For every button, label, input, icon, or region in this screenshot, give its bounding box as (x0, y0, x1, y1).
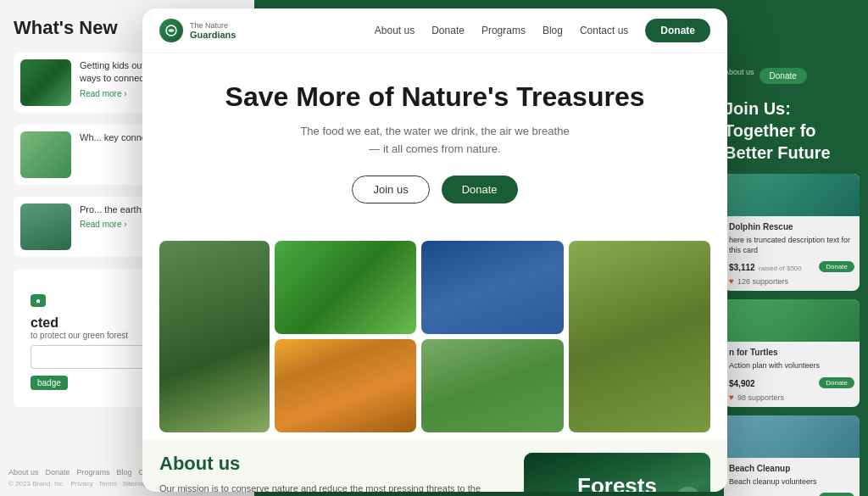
right-card-turtle: n for Turtles Action plan with volunteer… (724, 299, 860, 407)
img-leaf (275, 241, 416, 334)
about-text: About us Our mission is to conserve natu… (159, 453, 510, 492)
dolphin-amount-sub: raised of $500 (759, 265, 802, 272)
dolphin-supporters: 126 supporters (737, 277, 788, 286)
turtle-heart-icon: ♥ (729, 393, 734, 402)
footer-donate[interactable]: Donate (46, 468, 70, 476)
beach-card-img (724, 415, 860, 458)
img-plant-hands (159, 241, 270, 432)
hero-subtitle-line2: — it all comes from nature. (369, 142, 500, 155)
dolphin-donate-btn[interactable]: Donate (819, 261, 854, 272)
news-thumb-1 (20, 59, 71, 106)
about-description: Our mission is to conserve nature and re… (159, 482, 510, 492)
hero-subtitle-line1: The food we eat, the water we drink, the… (300, 125, 569, 137)
green-badge: ● (31, 294, 46, 307)
forests-card[interactable]: Forests ▶ (524, 453, 710, 492)
dolphin-card-img (724, 174, 860, 216)
beach-card-body: Beach Cleanup Beach cleanup volunteers $… (724, 458, 860, 496)
right-panel: About us Donate Join Us: Together fo Bet… (715, 0, 868, 496)
right-hero-title: Join Us: Together fo Better Future (724, 98, 860, 164)
footer-programs[interactable]: Programs (77, 468, 110, 476)
logo-top-line: The Nature (190, 21, 236, 30)
hero-title: Save More of Nature's Treasures (176, 81, 693, 113)
dolphin-amount: $3,112 (729, 263, 755, 272)
dolphin-heart-icon: ♥ (729, 276, 734, 286)
img-blue-hands (421, 241, 563, 334)
turtle-supporters: 98 supporters (737, 393, 784, 402)
logo-area: The Nature Guardians (159, 19, 236, 42)
dolphin-title: Dolphin Rescue (729, 221, 854, 232)
footer-blog[interactable]: Blog (117, 468, 132, 476)
connected-badge: badge (31, 376, 68, 390)
nav-programs[interactable]: Programs (481, 25, 526, 36)
nav-about[interactable]: About us (375, 25, 415, 36)
navbar: The Nature Guardians About us Donate Pro… (142, 8, 727, 53)
main-card: The Nature Guardians About us Donate Pro… (142, 8, 727, 492)
nav-donate[interactable]: Donate (431, 25, 465, 36)
hero-subtitle: The food we eat, the water we drink, the… (176, 123, 693, 159)
right-nav-about[interactable]: About us (724, 68, 754, 84)
nav-contact[interactable]: Contact us (580, 25, 628, 36)
about-title: About us (159, 453, 510, 475)
beach-donate-btn[interactable]: Donate (819, 493, 854, 496)
hero-buttons: Join us Donate (176, 176, 693, 203)
dolphin-card-body: Dolphin Rescue here is truncated descrip… (724, 216, 860, 291)
turtle-title: n for Turtles (729, 347, 854, 358)
join-us-btn[interactable]: Join us (352, 176, 429, 203)
right-card-beach: Beach Cleanup Beach cleanup volunteers $… (724, 415, 860, 496)
nav-donate-btn[interactable]: Donate (645, 19, 710, 42)
right-nav-donate-btn[interactable]: Donate (760, 68, 807, 84)
img-forest-person (421, 339, 563, 432)
beach-footer: $4,902 Donate (729, 491, 854, 496)
img-mushroom (569, 241, 710, 432)
logo-icon (159, 19, 183, 42)
turtle-card-body: n for Turtles Action plan with volunteer… (724, 342, 860, 407)
news-thumb-2 (20, 131, 71, 178)
dolphin-footer: $3,112 raised of $500 Donate (729, 259, 854, 274)
logo-text: The Nature Guardians (190, 21, 236, 40)
turtle-card-img (724, 299, 860, 342)
news-thumb-3 (20, 203, 71, 250)
nav-blog[interactable]: Blog (542, 25, 563, 36)
beach-desc: Beach cleanup volunteers (729, 477, 854, 488)
nav-links: About us Donate Programs Blog Contact us (375, 25, 629, 36)
dolphin-heart-row: ♥ 126 supporters (729, 276, 854, 286)
forests-label: Forests (577, 473, 657, 492)
about-section: About us Our mission is to conserve natu… (142, 439, 727, 492)
hero-donate-btn[interactable]: Donate (442, 176, 518, 203)
right-nav: About us Donate (724, 68, 860, 84)
turtle-donate-btn[interactable]: Donate (819, 377, 854, 388)
beach-title: Beach Cleanup (729, 463, 854, 474)
right-card-dolphin: Dolphin Rescue here is truncated descrip… (724, 174, 860, 291)
turtle-desc: Action plan with volunteers (729, 361, 854, 371)
turtle-footer: $4,902 Donate (729, 375, 854, 390)
footer-about[interactable]: About us (8, 468, 39, 476)
image-grid (142, 241, 727, 432)
turtle-heart-row: ♥ 98 supporters (729, 393, 854, 402)
dolphin-desc: here is truncated description text for t… (729, 236, 854, 255)
hero-section: Save More of Nature's Treasures The food… (142, 53, 727, 241)
img-windmill (275, 339, 416, 432)
turtle-amount: $4,902 (729, 379, 755, 388)
logo-bottom-line: Guardians (190, 30, 236, 40)
